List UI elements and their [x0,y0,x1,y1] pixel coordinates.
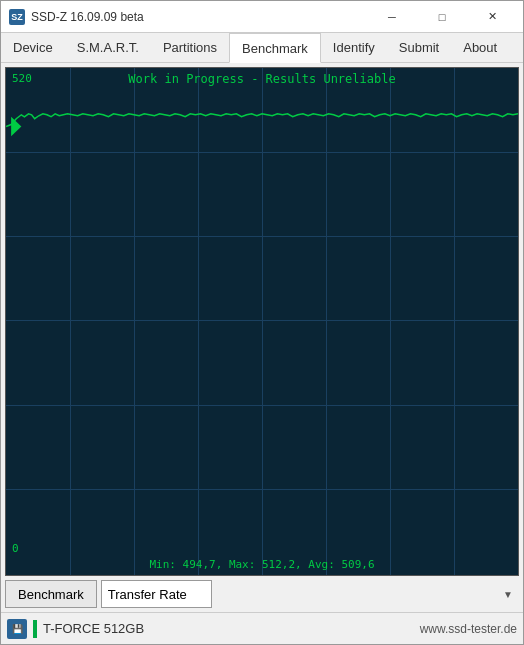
select-wrapper: Transfer Rate Access Time IOPS ▼ [101,580,519,608]
benchmark-button[interactable]: Benchmark [5,580,97,608]
website-label: www.ssd-tester.de [420,622,517,636]
menu-submit[interactable]: Submit [387,33,451,62]
chart-line [6,114,518,127]
menu-partitions[interactable]: Partitions [151,33,229,62]
minimize-button[interactable]: ─ [369,6,415,28]
metric-select[interactable]: Transfer Rate Access Time IOPS [101,580,212,608]
menu-device[interactable]: Device [1,33,65,62]
main-window: SZ SSD-Z 16.09.09 beta ─ □ ✕ Device S.M.… [0,0,524,645]
chart-warning: Work in Progress - Results Unreliable [6,72,518,86]
menu-benchmark[interactable]: Benchmark [229,33,321,63]
window-title: SSD-Z 16.09.09 beta [31,10,369,24]
main-content: 520 Work in Progress - Results Unreliabl… [1,63,523,612]
chevron-down-icon: ▼ [503,589,513,600]
benchmark-chart: 520 Work in Progress - Results Unreliabl… [5,67,519,576]
menu-about[interactable]: About [451,33,509,62]
close-button[interactable]: ✕ [469,6,515,28]
chart-svg [6,68,518,575]
app-icon: SZ [9,9,25,25]
chart-y-min: 0 [12,542,19,555]
menu-bar: Device S.M.A.R.T. Partitions Benchmark I… [1,33,523,63]
maximize-button[interactable]: □ [419,6,465,28]
toolbar: Benchmark Transfer Rate Access Time IOPS… [5,580,519,608]
status-drive: T-FORCE 512GB [33,620,414,638]
window-controls: ─ □ ✕ [369,6,515,28]
drive-icon: 💾 [7,619,27,639]
title-bar: SZ SSD-Z 16.09.09 beta ─ □ ✕ [1,1,523,33]
menu-smart[interactable]: S.M.A.R.T. [65,33,151,62]
chart-stats: Min: 494,7, Max: 512,2, Avg: 509,6 [6,558,518,571]
drive-name: T-FORCE 512GB [43,621,144,636]
menu-identify[interactable]: Identify [321,33,387,62]
drive-status-indicator [33,620,37,638]
status-bar: 💾 T-FORCE 512GB www.ssd-tester.de [1,612,523,644]
